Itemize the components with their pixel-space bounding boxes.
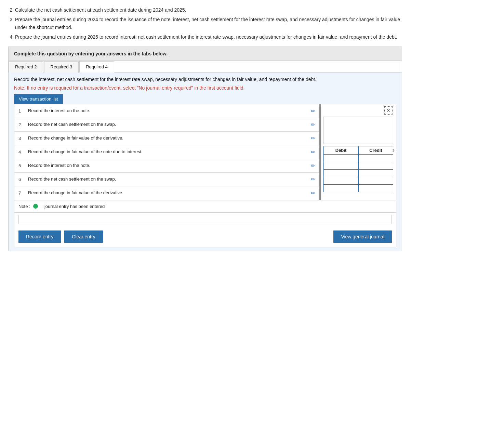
table-row: 2 Record the net cash settlement on the … <box>14 118 319 132</box>
tabs-container: Required 2 Required 3 Required 4 Record … <box>8 61 402 251</box>
note-legend: Note : = journal entry has been entered <box>14 200 396 212</box>
dc-row-3 <box>323 170 393 177</box>
instructions-section: Calculate the net cash settlement at eac… <box>8 6 402 41</box>
tab-required3[interactable]: Required 3 <box>44 61 79 73</box>
debit-cell-1[interactable] <box>323 155 358 162</box>
transaction-list-area: 1 Record the interest on the note. ✏ 2 R… <box>14 104 396 200</box>
debit-cell-2[interactable] <box>323 162 358 170</box>
credit-cell-2[interactable] <box>358 162 393 170</box>
edit-icon-5[interactable]: ✏ <box>311 162 315 169</box>
edit-icon-4[interactable]: ✏ <box>311 149 315 155</box>
tab-content-required4: Record the interest, net cash settlement… <box>9 73 402 251</box>
entry-blank-area <box>323 117 393 144</box>
close-x-area: ✕ <box>321 104 396 115</box>
table-row: 3 Record the change in fair value of the… <box>14 132 319 145</box>
credit-cell-5[interactable] <box>358 185 393 192</box>
table-row: 7 Record the change in fair value of the… <box>14 186 319 200</box>
instruction-item-4: Prepare the journal entries during 2025 … <box>15 33 402 41</box>
record-entry-button[interactable]: Record entry <box>18 230 61 243</box>
debit-credit-table: Debit Credit <box>323 146 393 192</box>
entry-input[interactable] <box>18 215 392 224</box>
dc-row-1 <box>323 155 393 162</box>
debit-cell-4[interactable] <box>323 177 358 185</box>
entry-panel: ✕ › Debit <box>321 104 396 200</box>
credit-cell-1[interactable] <box>358 155 393 162</box>
edit-icon-6[interactable]: ✏ <box>311 176 315 183</box>
main-card: 1 Record the interest on the note. ✏ 2 R… <box>14 104 396 247</box>
edit-icon-7[interactable]: ✏ <box>311 190 315 196</box>
view-general-journal-button[interactable]: View general journal <box>333 230 392 243</box>
edit-icon-3[interactable]: ✏ <box>311 135 315 142</box>
table-row: 5 Record the interest on the note. ✏ <box>14 159 319 173</box>
close-button[interactable]: ✕ <box>384 106 393 115</box>
question-header: Complete this question by entering your … <box>8 47 402 61</box>
clear-entry-button[interactable]: Clear entry <box>64 230 103 243</box>
tabs-row: Required 2 Required 3 Required 4 <box>9 61 402 73</box>
credit-cell-3[interactable] <box>358 170 393 177</box>
tab-note-red: Note: If no entry is required for a tran… <box>14 85 396 91</box>
note-label: Note : <box>18 204 30 209</box>
tab-required2[interactable]: Required 2 <box>9 61 43 73</box>
action-buttons-row: Record entry Clear entry View general jo… <box>14 226 396 247</box>
table-row: 4 Record the change in fair value of the… <box>14 145 319 159</box>
credit-header: Credit <box>358 146 393 155</box>
debit-cell-3[interactable] <box>323 170 358 177</box>
tab-required4[interactable]: Required 4 <box>79 61 114 73</box>
instruction-item-2: Calculate the net cash settlement at eac… <box>15 6 402 14</box>
edit-icon-2[interactable]: ✏ <box>311 121 315 128</box>
table-row: 1 Record the interest on the note. ✏ <box>14 104 319 118</box>
table-row: 6 Record the net cash settlement on the … <box>14 173 319 186</box>
dc-row-4 <box>323 177 393 185</box>
credit-cell-4[interactable] <box>358 177 393 185</box>
instruction-item-3: Prepare the journal entries during 2024 … <box>15 16 402 31</box>
bottom-input-row <box>14 212 396 226</box>
transaction-list: 1 Record the interest on the note. ✏ 2 R… <box>14 104 321 200</box>
tab-description: Record the interest, net cash settlement… <box>14 76 396 83</box>
view-transaction-list-button[interactable]: View transaction list <box>14 94 63 104</box>
green-dot-icon <box>33 204 38 209</box>
debit-header: Debit <box>323 146 358 155</box>
dc-row-2 <box>323 162 393 170</box>
dc-row-5 <box>323 185 393 192</box>
edit-icon-1[interactable]: ✏ <box>311 108 315 114</box>
debit-cell-5[interactable] <box>323 185 358 192</box>
chevron-right-icon[interactable]: › <box>392 146 395 154</box>
debit-credit-header: Debit Credit <box>323 146 393 155</box>
